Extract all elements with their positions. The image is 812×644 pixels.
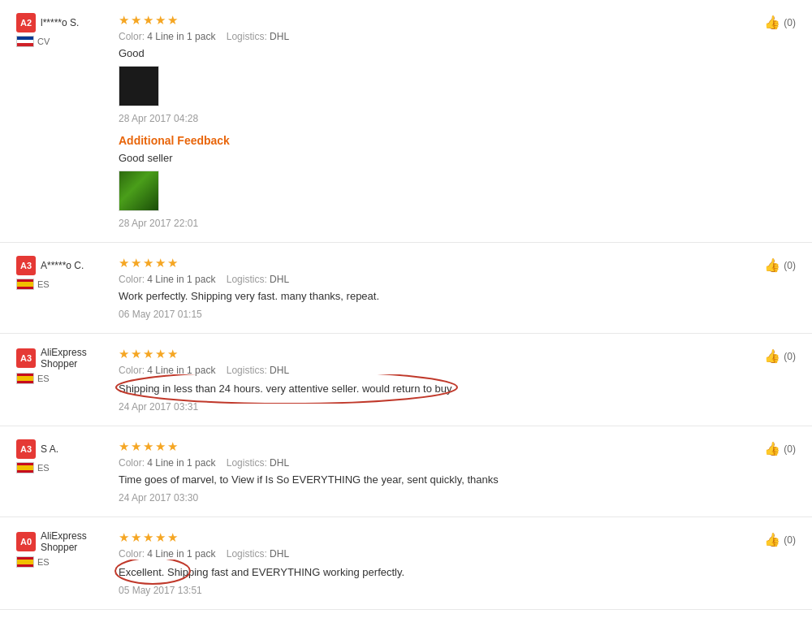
review-text: Shipping in less than 24 hours. very att… bbox=[119, 383, 734, 395]
country-code: CV bbox=[37, 37, 50, 46]
review-date: 05 May 2017 13:51 bbox=[119, 585, 734, 596]
star-2: ★ bbox=[131, 256, 141, 270]
star-3: ★ bbox=[143, 256, 153, 270]
color-label: Color: bbox=[119, 365, 147, 376]
stars-row: ★ ★ ★ ★ ★ bbox=[119, 13, 734, 28]
star-4: ★ bbox=[155, 439, 166, 454]
reviewer-name: l*****o S. bbox=[41, 17, 79, 28]
like-button[interactable]: 👍 (0) bbox=[764, 15, 796, 30]
logistics-label: Logistics: bbox=[227, 548, 270, 560]
review-content: ★ ★ ★ ★ ★ Color: 4 Line in 1 pack Logist… bbox=[119, 347, 734, 413]
review-text: Excellent. Shipping fast and EVERYTHING … bbox=[119, 566, 734, 578]
star-5-half: ★ bbox=[167, 439, 178, 454]
stars-row: ★ ★ ★ ★ ★ bbox=[119, 256, 734, 270]
color-value: 4 Line in 1 pack bbox=[147, 457, 215, 469]
avatar: A3 bbox=[16, 256, 36, 275]
review-item: A3 A*****o C. ES ★ ★ ★ ★ ★ Color: 4 Line… bbox=[0, 243, 812, 334]
flag-icon bbox=[16, 36, 34, 47]
reviewer-column: A3 AliExpress Shopper ES bbox=[16, 347, 106, 384]
stars-row: ★ ★ ★ ★ ★ bbox=[119, 347, 734, 361]
reviewer-name-row: A3 A*****o C. bbox=[16, 256, 84, 275]
like-count: (0) bbox=[784, 534, 796, 546]
star-2: ★ bbox=[131, 530, 141, 545]
review-image bbox=[119, 66, 159, 106]
like-count: (0) bbox=[784, 17, 796, 28]
like-button[interactable]: 👍 (0) bbox=[764, 532, 796, 547]
review-date: 06 May 2017 01:15 bbox=[119, 309, 734, 320]
logistics-label: Logistics: bbox=[227, 365, 270, 376]
additional-feedback-text: Good seller bbox=[119, 152, 734, 164]
flag-icon bbox=[16, 373, 34, 384]
star-4: ★ bbox=[155, 530, 166, 545]
additional-image-thumbnail bbox=[119, 171, 158, 210]
reviewer-name-line2: Shopper bbox=[41, 358, 87, 370]
reviewer-name: S A. bbox=[41, 443, 58, 455]
star-3: ★ bbox=[143, 439, 153, 454]
reviewer-column: A2 l*****o S. CV bbox=[16, 13, 106, 47]
reviewer-column: A3 A*****o C. ES bbox=[16, 256, 106, 290]
logistics-value: DHL bbox=[270, 31, 289, 42]
review-date: 24 Apr 2017 03:30 bbox=[119, 492, 734, 504]
avatar: A3 bbox=[16, 439, 36, 459]
star-2: ★ bbox=[131, 439, 141, 454]
review-list: A2 l*****o S. CV ★ ★ ★ ★ ★ Color: 4 Line… bbox=[0, 0, 812, 610]
thumbs-up-icon: 👍 bbox=[764, 257, 780, 273]
color-value: 4 Line in 1 pack bbox=[147, 31, 215, 42]
star-5-half: ★ bbox=[167, 530, 178, 545]
review-item: A3 AliExpress Shopper ES ★ ★ ★ ★ ★ Color… bbox=[0, 334, 812, 426]
review-content: ★ ★ ★ ★ ★ Color: 4 Line in 1 pack Logist… bbox=[119, 530, 734, 596]
logistics-value: DHL bbox=[270, 365, 289, 376]
star-1: ★ bbox=[119, 256, 129, 270]
reviewer-column: A3 S A. ES bbox=[16, 439, 106, 473]
stars-row: ★ ★ ★ ★ ★ bbox=[119, 439, 734, 454]
like-column: 👍 (0) bbox=[747, 13, 796, 30]
reviewer-column: A0 AliExpress Shopper ES bbox=[16, 530, 106, 568]
like-button[interactable]: 👍 (0) bbox=[764, 441, 796, 456]
color-label: Color: bbox=[119, 548, 147, 560]
flag-icon bbox=[16, 462, 34, 473]
like-button[interactable]: 👍 (0) bbox=[764, 348, 796, 364]
reviewer-name-line1: AliExpress bbox=[41, 347, 87, 358]
like-button[interactable]: 👍 (0) bbox=[764, 257, 796, 273]
avatar: A3 bbox=[16, 348, 36, 368]
review-item: A0 AliExpress Shopper ES ★ ★ ★ ★ ★ Color… bbox=[0, 517, 812, 610]
reviewer-name-row: A3 S A. bbox=[16, 439, 58, 459]
star-5-half: ★ bbox=[167, 256, 178, 270]
review-text: Good bbox=[119, 47, 734, 59]
color-label: Color: bbox=[119, 274, 147, 285]
star-4: ★ bbox=[155, 256, 166, 270]
color-value: 4 Line in 1 pack bbox=[147, 274, 215, 285]
flag-icon bbox=[16, 556, 34, 568]
meta-row: Color: 4 Line in 1 pack Logistics: DHL bbox=[119, 548, 734, 560]
country-flag: ES bbox=[16, 462, 50, 473]
review-text-wrapper: Excellent. Shipping fast and EVERYTHING … bbox=[119, 564, 734, 578]
star-5-half: ★ bbox=[167, 347, 178, 361]
thumbs-up-icon: 👍 bbox=[764, 15, 780, 30]
additional-feedback-date: 28 Apr 2017 22:01 bbox=[119, 218, 734, 229]
like-column: 👍 (0) bbox=[747, 530, 796, 547]
color-value: 4 Line in 1 pack bbox=[147, 548, 215, 560]
reviewer-name: A*****o C. bbox=[41, 260, 84, 271]
color-label: Color: bbox=[119, 31, 147, 42]
country-flag: ES bbox=[16, 373, 50, 384]
like-column: 👍 (0) bbox=[747, 256, 796, 273]
meta-row: Color: 4 Line in 1 pack Logistics: DHL bbox=[119, 31, 734, 42]
review-text: Time goes of marvel, to View if Is So EV… bbox=[119, 473, 734, 486]
logistics-label: Logistics: bbox=[227, 274, 270, 285]
country-flag: ES bbox=[16, 556, 50, 568]
logistics-value: DHL bbox=[270, 274, 289, 285]
color-value: 4 Line in 1 pack bbox=[147, 365, 215, 376]
avatar: A0 bbox=[16, 532, 36, 551]
reviewer-name-row: A3 AliExpress Shopper bbox=[16, 347, 87, 370]
star-2: ★ bbox=[131, 347, 141, 361]
review-date: 28 Apr 2017 04:28 bbox=[119, 113, 734, 124]
review-content: ★ ★ ★ ★ ★ Color: 4 Line in 1 pack Logist… bbox=[119, 256, 734, 320]
like-count: (0) bbox=[784, 260, 796, 271]
logistics-label: Logistics: bbox=[227, 31, 270, 42]
star-1: ★ bbox=[119, 439, 129, 454]
star-3: ★ bbox=[143, 347, 153, 361]
star-1: ★ bbox=[119, 530, 129, 545]
star-3: ★ bbox=[143, 13, 153, 28]
like-column: 👍 (0) bbox=[747, 347, 796, 364]
image-thumbnail bbox=[119, 67, 158, 106]
